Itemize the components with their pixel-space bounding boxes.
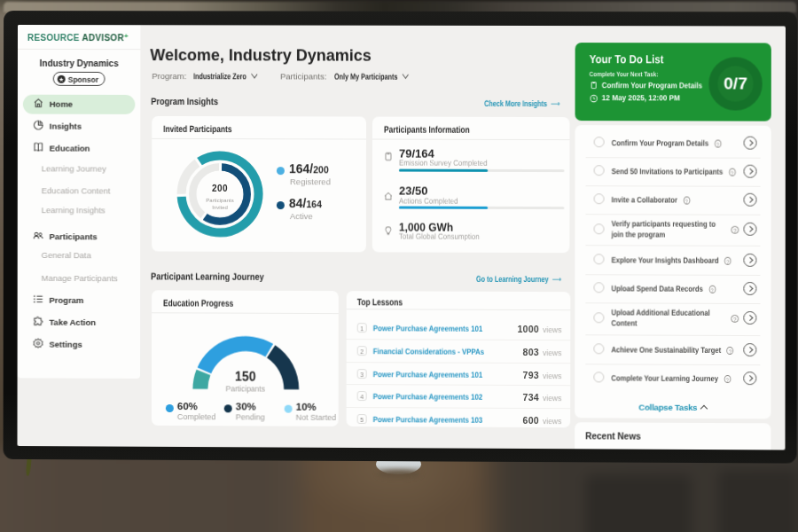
svg-text:200: 200 <box>212 184 228 193</box>
svg-text:Invited: Invited <box>212 205 228 210</box>
svg-text:Participants: Participants <box>206 198 233 203</box>
